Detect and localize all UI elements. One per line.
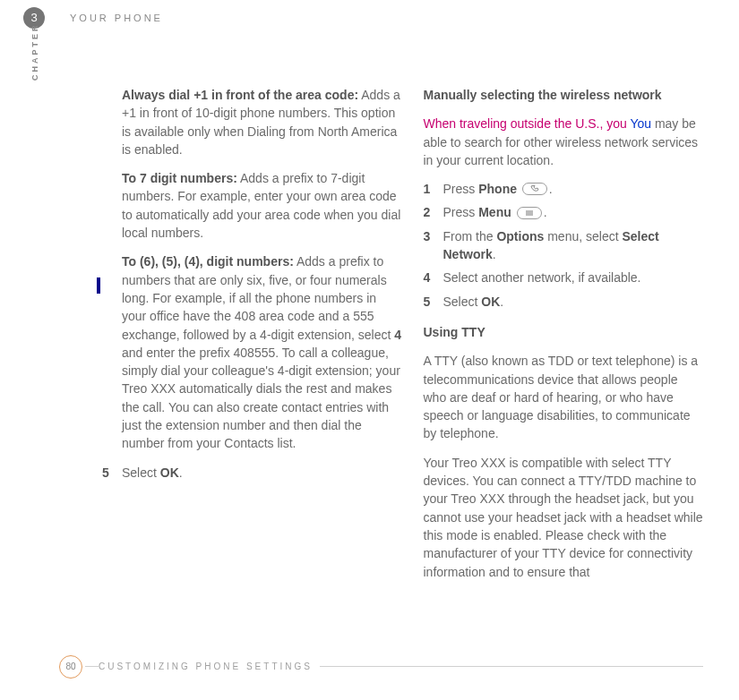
step-number: 4 bbox=[424, 269, 443, 286]
chapter-vertical-label: CHAPTER bbox=[30, 22, 41, 81]
text: Select another network, if available. bbox=[443, 270, 641, 285]
text: menu, select bbox=[544, 229, 622, 243]
step-4: 4 Select another network, if available. bbox=[424, 269, 704, 286]
step-number: 3 bbox=[424, 227, 443, 264]
step-text: Select another network, if available. bbox=[443, 269, 704, 286]
left-column: Always dial +1 in front of the area code… bbox=[122, 86, 402, 610]
step-3: 3 From the Options menu, select Select N… bbox=[424, 227, 704, 264]
phone-key-icon bbox=[522, 183, 547, 195]
bold-ok: OK bbox=[160, 465, 179, 480]
footer: 80 CUSTOMIZING PHONE SETTINGS bbox=[0, 652, 739, 684]
step-number: 5 bbox=[424, 293, 443, 311]
step-5: 5 Select OK. bbox=[424, 293, 704, 311]
para-always-dial: Always dial +1 in front of the area code… bbox=[122, 86, 402, 158]
bold-heading: Manually selecting the wireless network bbox=[424, 88, 662, 102]
text: Press bbox=[443, 182, 479, 196]
deleted-text: When traveling outside the U.S., you bbox=[424, 116, 631, 131]
text: . bbox=[179, 465, 183, 480]
text: Select bbox=[443, 295, 482, 309]
para-7-digit: To 7 digit numbers: Adds a prefix to 7-d… bbox=[122, 169, 402, 242]
text bbox=[517, 182, 520, 196]
text: . bbox=[549, 182, 553, 196]
para-tty-1: A TTY (also known as TDD or text telepho… bbox=[424, 352, 704, 442]
step-number: 2 bbox=[424, 203, 443, 221]
bold: Menu bbox=[478, 205, 511, 219]
para-tty-2: Your Treo XXX is compatible with select … bbox=[424, 454, 704, 581]
footer-title: CUSTOMIZING PHONE SETTINGS bbox=[99, 661, 320, 674]
bold: Phone bbox=[478, 182, 517, 196]
text: and enter the prefix 408555. To call a c… bbox=[122, 346, 400, 450]
steps-list: 1 Press Phone . 2 Press Menu . 3 From th… bbox=[424, 180, 704, 311]
step-5-left: 5 Select OK. bbox=[102, 464, 402, 482]
bold-654-digit: To (6), (5), (4), digit numbers: bbox=[122, 254, 294, 269]
text: . bbox=[493, 247, 496, 261]
bold-heading: Using TTY bbox=[424, 325, 486, 339]
header-title: YOUR PHONE bbox=[70, 12, 163, 26]
bold: OK bbox=[481, 295, 500, 309]
step-text: Select OK. bbox=[122, 464, 402, 482]
step-number: 1 bbox=[424, 180, 443, 198]
step-2: 2 Press Menu . bbox=[424, 203, 704, 221]
heading-manual-network: Manually selecting the wireless network bbox=[424, 86, 704, 104]
step-text: Press Phone . bbox=[443, 180, 704, 198]
bold-4: 4 bbox=[394, 328, 401, 342]
text: . bbox=[500, 295, 503, 309]
content-columns: Always dial +1 in front of the area code… bbox=[122, 86, 703, 610]
step-text: Press Menu . bbox=[443, 203, 704, 221]
step-1: 1 Press Phone . bbox=[424, 180, 704, 198]
step-number: 5 bbox=[102, 464, 122, 482]
para-654-digit: To (6), (5), (4), digit numbers: Adds a … bbox=[122, 252, 402, 452]
bold: Options bbox=[496, 229, 544, 243]
menu-key-icon bbox=[517, 207, 542, 219]
right-column: Manually selecting the wireless network … bbox=[424, 86, 704, 610]
bold-7-digit: To 7 digit numbers: bbox=[122, 171, 237, 185]
text: From the bbox=[443, 229, 497, 243]
inserted-text: You bbox=[630, 116, 651, 131]
page-number-badge: 80 bbox=[59, 655, 82, 679]
para-travel: When traveling outside the U.S., you You… bbox=[424, 115, 704, 169]
step-text: From the Options menu, select Select Net… bbox=[443, 227, 704, 264]
change-bar bbox=[97, 277, 100, 294]
text: . bbox=[544, 205, 547, 219]
heading-tty: Using TTY bbox=[424, 323, 704, 341]
text bbox=[511, 205, 515, 219]
step-text: Select OK. bbox=[443, 293, 704, 311]
text: Select bbox=[122, 465, 160, 480]
text: Press bbox=[443, 205, 479, 219]
bold-always-dial: Always dial +1 in front of the area code… bbox=[122, 88, 358, 102]
